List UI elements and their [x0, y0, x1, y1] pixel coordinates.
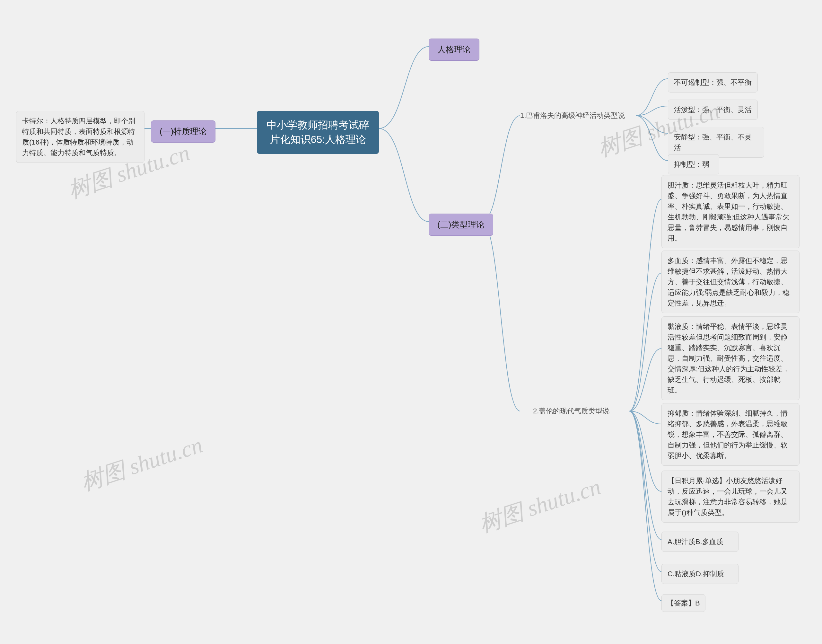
leaf-galen-phlegmatic[interactable]: 黏液质：情绪平稳、表情平淡，思维灵活性较差但思考问题细致而周到，安静稳重、踏踏实… [661, 316, 799, 400]
mindmap-canvas: 中小学教师招聘考试碎片化知识65:人格理论 (一)特质理论 卡特尔：人格特质四层… [0, 0, 822, 644]
leaf-galen-sanguine[interactable]: 多血质：感情丰富、外露但不稳定，思维敏捷但不求甚解，活泼好动、热情大方、善于交往… [661, 250, 799, 313]
leaf-option-ab[interactable]: A.胆汁质B.多血质 [661, 532, 738, 552]
watermark: 树图 shutu.cn [475, 472, 605, 540]
root-node[interactable]: 中小学教师招聘考试碎片化知识65:人格理论 [257, 111, 379, 154]
label-galen[interactable]: 2.盖伦的现代气质类型说 [533, 406, 609, 416]
leaf-pavlov-3[interactable]: 安静型：强、平衡、不灵活 [668, 127, 764, 158]
watermark: 树图 shutu.cn [77, 430, 207, 498]
leaf-galen-melancholic[interactable]: 抑郁质：情绪体验深刻、细腻持久，情绪抑郁、多愁善感，外表温柔，思维敏锐，想象丰富… [661, 403, 799, 466]
branch-personality-theory[interactable]: 人格理论 [429, 38, 479, 61]
leaf-question[interactable]: 【日积月累·单选】小朋友悠悠活泼好动，反应迅速，一会儿玩球，一会儿又去玩滑梯，注… [661, 471, 799, 523]
branch-type-theory[interactable]: (二)类型理论 [429, 213, 493, 236]
leaf-answer[interactable]: 【答案】B [661, 594, 706, 612]
leaf-pavlov-4[interactable]: 抑制型：弱 [668, 154, 719, 175]
leaf-option-cd[interactable]: C.粘液质D.抑制质 [661, 564, 738, 584]
leaf-galen-choleric[interactable]: 胆汁质：思维灵活但粗枝大叶，精力旺盛、争强好斗、勇敢果断，为人热情直率、朴实真诚… [661, 175, 799, 248]
leaf-pavlov-2[interactable]: 活泼型：强、平衡、灵活 [668, 100, 758, 120]
leaf-cattell[interactable]: 卡特尔：人格特质四层模型，即个别特质和共同特质，表面特质和根源特质(16种)，体… [16, 111, 144, 163]
leaf-pavlov-1[interactable]: 不可遏制型：强、不平衡 [668, 72, 758, 92]
label-pavlov[interactable]: 1.巴甫洛夫的高级神经活动类型说 [520, 111, 625, 120]
branch-trait-theory[interactable]: (一)特质理论 [151, 120, 216, 143]
